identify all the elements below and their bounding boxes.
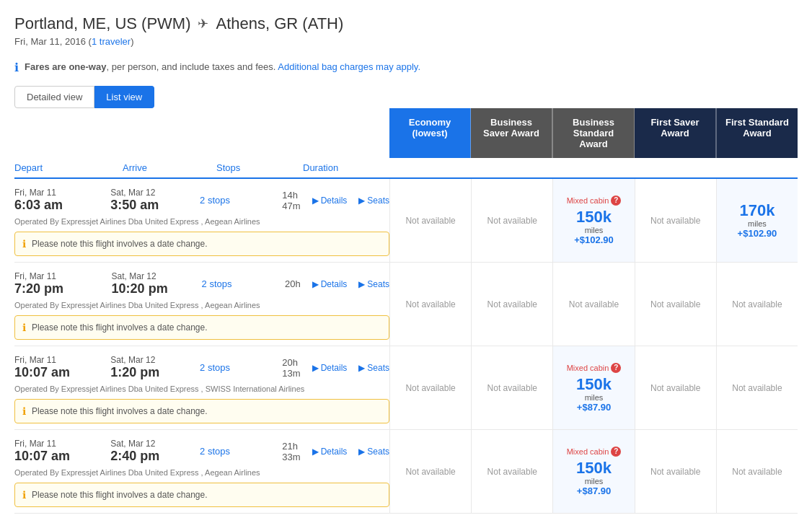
stops-count[interactable]: 2 stops [200, 195, 230, 206]
flight-times-row: Fri, Mar 11 10:07 am Sat, Mar 12 2:40 pm… [14, 436, 389, 467]
arrive-subheader: Arrive [115, 162, 209, 173]
award-cell-available[interactable]: Mixed cabin? 150k miles +$87.90 [552, 430, 634, 513]
stops-info: 2 stops [200, 362, 282, 373]
stops-count[interactable]: 2 stops [200, 362, 230, 373]
notice-text: Please note this flight involves a date … [32, 322, 208, 333]
depart-info: Fri, Mar 11 6:03 am [14, 188, 110, 213]
date-change-notice: ℹ Please note this flight involves a dat… [14, 315, 389, 340]
seats-link[interactable]: ▶ Seats [358, 279, 389, 289]
stops-subheader: Stops [209, 162, 296, 173]
arrive-day: Sat, Mar 12 [110, 188, 200, 198]
notice-text: Please note this flight involves a date … [32, 239, 208, 249]
triangle-icon: ▶ [312, 195, 319, 206]
flight-row: Fri, Mar 11 6:03 am Sat, Mar 12 3:50 am … [14, 179, 798, 263]
arrive-info: Sat, Mar 12 10:20 pm [112, 271, 202, 296]
award-cell-available[interactable]: Mixed cabin? 150k miles +$87.90 [552, 346, 634, 429]
destination-label: Athens, GR (ATH) [216, 14, 343, 33]
award-cell-not-available: Not available [471, 430, 552, 513]
route-date: Fri, Mar 11, 2016 (1 traveler) [14, 36, 798, 47]
flight-info-section: Fri, Mar 11 7:20 pm Sat, Mar 12 10:20 pm… [14, 263, 389, 346]
arrive-day: Sat, Mar 12 [112, 271, 202, 281]
notice-info-icon: ℹ [22, 489, 26, 501]
operated-by: Operated By Expressjet Airlines Dba Unit… [14, 383, 389, 396]
miles-amount: 150k [576, 376, 612, 393]
award-cell-not-available: Not available [635, 263, 716, 346]
stops-count[interactable]: 2 stops [202, 278, 232, 289]
depart-info: Fri, Mar 11 7:20 pm [14, 271, 112, 296]
mixed-cabin-badge: Mixed cabin? [567, 363, 622, 373]
award-cell-not-available: Not available [389, 263, 471, 346]
not-available-label: Not available [732, 299, 782, 309]
depart-day: Fri, Mar 11 [14, 439, 110, 449]
not-available-label: Not available [405, 467, 455, 477]
biz-saver-header: Business Saver Award [471, 108, 552, 158]
award-cell-available[interactable]: 170k miles +$102.90 [716, 179, 798, 262]
triangle-icon: ▶ [312, 447, 319, 457]
flight-info-section: Fri, Mar 11 6:03 am Sat, Mar 12 3:50 am … [14, 179, 389, 262]
seats-link[interactable]: ▶ Seats [358, 363, 389, 373]
depart-subheader: Depart [14, 162, 115, 173]
depart-info: Fri, Mar 11 10:07 am [14, 439, 110, 464]
mixed-cabin-question[interactable]: ? [611, 363, 621, 373]
duration-actions: 14h 47m ▶ Details ▶ Seats [282, 190, 389, 211]
duration-actions: 20h 13m ▶ Details ▶ Seats [282, 357, 389, 379]
fare-notice: ℹ Fares are one-way, per person, and inc… [14, 61, 798, 74]
award-cell-not-available: Not available [389, 346, 471, 429]
award-cell-not-available: Not available [471, 263, 552, 346]
details-link[interactable]: ▶ Details [312, 363, 348, 373]
details-link[interactable]: ▶ Details [312, 279, 348, 289]
economy-header: Economy (lowest) [389, 108, 471, 158]
seats-triangle-icon: ▶ [358, 363, 365, 373]
mixed-cabin-question[interactable]: ? [611, 447, 621, 457]
duration-subheader: Duration [296, 162, 798, 173]
duration-value: 20h [285, 278, 301, 289]
arrive-time: 10:20 pm [112, 281, 202, 296]
depart-time: 7:20 pm [14, 281, 112, 296]
seats-link[interactable]: ▶ Seats [358, 447, 389, 457]
duration-actions: 20h ▶ Details ▶ Seats [285, 278, 389, 289]
flight-times-row: Fri, Mar 11 6:03 am Sat, Mar 12 3:50 am … [14, 185, 389, 216]
seats-triangle-icon: ▶ [358, 279, 365, 289]
miles-amount: 150k [576, 460, 612, 477]
not-available-label: Not available [650, 299, 700, 309]
date-change-notice: ℹ Please note this flight involves a dat… [14, 399, 389, 423]
detailed-view-button[interactable]: Detailed view [14, 86, 94, 108]
arrive-time: 1:20 pm [110, 365, 200, 380]
list-view-button[interactable]: List view [94, 86, 154, 108]
date-change-notice: ℹ Please note this flight involves a dat… [14, 483, 389, 507]
mixed-cabin-text: Mixed cabin [567, 196, 609, 205]
notice-info-icon: ℹ [22, 322, 26, 333]
depart-time: 6:03 am [14, 198, 110, 213]
operated-by: Operated By Expressjet Airlines Dba Unit… [14, 467, 389, 480]
mixed-cabin-question[interactable]: ? [611, 195, 621, 206]
stops-info: 2 stops [202, 278, 285, 289]
mixed-cabin-text: Mixed cabin [567, 364, 609, 372]
not-available-label: Not available [405, 383, 455, 393]
award-cell-available[interactable]: Mixed cabin? 150k miles +$102.90 [552, 179, 634, 262]
seats-triangle-icon: ▶ [358, 195, 365, 206]
seats-link[interactable]: ▶ Seats [358, 195, 389, 206]
fee-amount: +$87.90 [577, 402, 611, 413]
award-cell-not-available: Not available [635, 346, 716, 429]
flight-row: Fri, Mar 11 10:07 am Sat, Mar 12 2:40 pm… [14, 430, 798, 514]
stops-info: 2 stops [200, 446, 282, 457]
not-available-label: Not available [732, 383, 782, 393]
not-available-label: Not available [732, 467, 782, 477]
traveler-link[interactable]: 1 traveler [92, 36, 131, 47]
miles-amount: 170k [739, 202, 775, 219]
not-available-label: Not available [405, 299, 455, 309]
details-link[interactable]: ▶ Details [312, 195, 348, 206]
not-available-label: Not available [487, 383, 537, 393]
bag-charges-link[interactable]: Additional bag charges may apply. [278, 61, 420, 72]
details-link[interactable]: ▶ Details [312, 447, 348, 457]
duration-value: 14h 47m [282, 190, 300, 211]
not-available-label: Not available [487, 216, 537, 226]
stops-count[interactable]: 2 stops [200, 446, 230, 457]
fee-amount: +$102.90 [738, 228, 777, 239]
award-cell-not-available: Not available [716, 263, 798, 346]
duration-actions: 21h 33m ▶ Details ▶ Seats [282, 441, 389, 462]
award-cell-not-available: Not available [716, 430, 798, 513]
seats-triangle-icon: ▶ [358, 447, 365, 457]
fee-amount: +$102.90 [574, 234, 614, 245]
depart-day: Fri, Mar 11 [14, 188, 110, 198]
